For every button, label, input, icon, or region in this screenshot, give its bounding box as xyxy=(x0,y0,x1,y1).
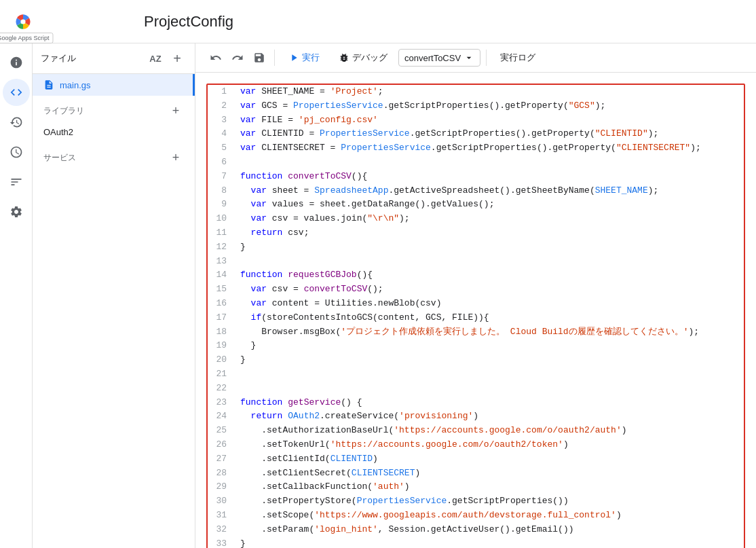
editor-area: 実行 デバッグ convertToCSV 実行ログ xyxy=(195,43,756,548)
debug-button[interactable]: デバッグ xyxy=(330,48,396,68)
code-line-13: 13 xyxy=(208,255,744,269)
sidebar-icon-info[interactable] xyxy=(3,49,30,76)
code-line-29: 29 .setCallbackFunction('auth') xyxy=(208,480,744,494)
code-line-30: 30 .setPropertyStore(PropertiesService.g… xyxy=(208,494,744,509)
code-line-24: 24 return OAuth2.createService('provisio… xyxy=(208,409,744,424)
log-button[interactable]: 実行ログ xyxy=(492,48,544,68)
library-section-header: ライブラリ + xyxy=(33,96,195,122)
sidebar-icon-settings[interactable] xyxy=(3,198,30,225)
services-label: サービス xyxy=(43,152,76,164)
code-line-15: 15 var csv = convertToCSV(); xyxy=(208,282,744,297)
file-panel-title: ファイル xyxy=(41,52,76,65)
run-button[interactable]: 実行 xyxy=(280,48,328,68)
file-panel-header: ファイル AZ + xyxy=(33,43,195,74)
sidebar-icons xyxy=(0,43,33,548)
file-icon xyxy=(43,79,54,90)
code-line-12: 12 } xyxy=(208,240,744,255)
logo-badge: Google Apps Script xyxy=(0,33,54,43)
sort-button[interactable]: AZ xyxy=(146,49,165,68)
app-header: Google Apps Script ProjectConfig xyxy=(0,0,756,43)
code-line-23: 23 function getService() { xyxy=(208,396,744,410)
file-panel-actions: AZ + xyxy=(146,49,187,68)
sidebar-icon-code[interactable] xyxy=(3,79,30,106)
code-line-9: 9 var values = sheet.getDataRange().getV… xyxy=(208,198,744,212)
library-label: ライブラリ xyxy=(43,105,84,117)
undo-button[interactable] xyxy=(206,48,225,67)
file-name-main-gs: main.gs xyxy=(60,80,91,90)
save-button[interactable] xyxy=(250,48,269,67)
code-line-10: 10 var csv = values.join("\r\n"); xyxy=(208,212,744,226)
code-container: 1 var SHEET_NAME = 'Project'; 2 var GCS … xyxy=(195,73,756,548)
code-line-6: 6 xyxy=(208,156,744,170)
code-line-33: 33 } xyxy=(208,537,744,549)
add-library-button[interactable]: + xyxy=(168,103,184,119)
code-line-4: 4 var CLIENTID = PropertiesService.getSc… xyxy=(208,127,744,141)
code-line-19: 19 } xyxy=(208,339,744,353)
redo-button[interactable] xyxy=(228,48,247,67)
function-selector[interactable]: convertToCSV xyxy=(398,49,480,67)
svg-point-1 xyxy=(20,19,25,24)
services-section-header: サービス + xyxy=(33,143,195,168)
oauth2-label: OAuth2 xyxy=(43,127,73,137)
code-line-22: 22 xyxy=(208,382,744,396)
code-line-16: 16 var content = Utilities.newBlob(csv) xyxy=(208,297,744,311)
code-line-20: 20 } xyxy=(208,353,744,367)
code-line-28: 28 .setClientSecret(CLIENTSECRET) xyxy=(208,467,744,481)
code-line-21: 21 xyxy=(208,367,744,382)
code-table: 1 var SHEET_NAME = 'Project'; 2 var GCS … xyxy=(208,85,744,548)
file-item-oauth2[interactable]: OAuth2 xyxy=(33,122,195,143)
log-label: 実行ログ xyxy=(500,52,535,64)
code-line-26: 26 .setTokenUrl('https://accounts.google… xyxy=(208,438,744,452)
code-editor[interactable]: 1 var SHEET_NAME = 'Project'; 2 var GCS … xyxy=(206,84,745,548)
toolbar-divider-1 xyxy=(274,50,275,66)
sidebar-icon-history[interactable] xyxy=(3,109,30,136)
toolbar-divider-2 xyxy=(486,50,487,66)
add-file-button[interactable]: + xyxy=(168,49,187,68)
code-line-7: 7 function convertToCSV(){ xyxy=(208,170,744,184)
project-title: ProjectConfig xyxy=(144,13,233,31)
code-line-18: 18 Browser.msgBox('プロジェクト作成依頼を実行しました。 Cl… xyxy=(208,325,744,340)
add-service-button[interactable]: + xyxy=(168,149,184,166)
code-line-3: 3 var FILE = 'pj_config.csv' xyxy=(208,113,744,128)
file-item-main-gs[interactable]: main.gs xyxy=(33,74,195,96)
code-line-27: 27 .setClientId(CLIENTID) xyxy=(208,452,744,467)
debug-label: デバッグ xyxy=(352,52,388,64)
run-label: 実行 xyxy=(302,52,320,64)
code-line-14: 14 function requestGCBJob(){ xyxy=(208,268,744,282)
sidebar-icon-triggers[interactable] xyxy=(3,139,30,166)
function-name: convertToCSV xyxy=(404,53,461,63)
code-line-25: 25 .setAuthorizationBaseUrl('https://acc… xyxy=(208,424,744,438)
code-line-8: 8 var sheet = SpreadsheetApp.getActiveSp… xyxy=(208,184,744,198)
dropdown-icon xyxy=(464,52,474,63)
code-line-11: 11 return csv; xyxy=(208,226,744,240)
code-line-31: 31 .setScope('https://www.googleapis.com… xyxy=(208,509,744,523)
code-line-2: 2 var GCS = PropertiesService.getScriptP… xyxy=(208,99,744,113)
code-line-5: 5 var CLIENTSECRET = PropertiesService.g… xyxy=(208,141,744,156)
code-line-32: 32 .setParam('login_hint', Session.getAc… xyxy=(208,523,744,537)
logo-area: Google Apps Script xyxy=(11,10,35,34)
code-line-17: 17 if(storeContentsIntoGCS(content, GCS,… xyxy=(208,311,744,325)
toolbar: 実行 デバッグ convertToCSV 実行ログ xyxy=(195,43,756,73)
file-panel: ファイル AZ + main.gs ライブラリ + OAuth2 サービス + xyxy=(33,43,195,548)
sidebar-icon-editor[interactable] xyxy=(3,168,30,196)
apps-script-logo xyxy=(11,10,35,34)
code-line-1: 1 var SHEET_NAME = 'Project'; xyxy=(208,85,744,99)
